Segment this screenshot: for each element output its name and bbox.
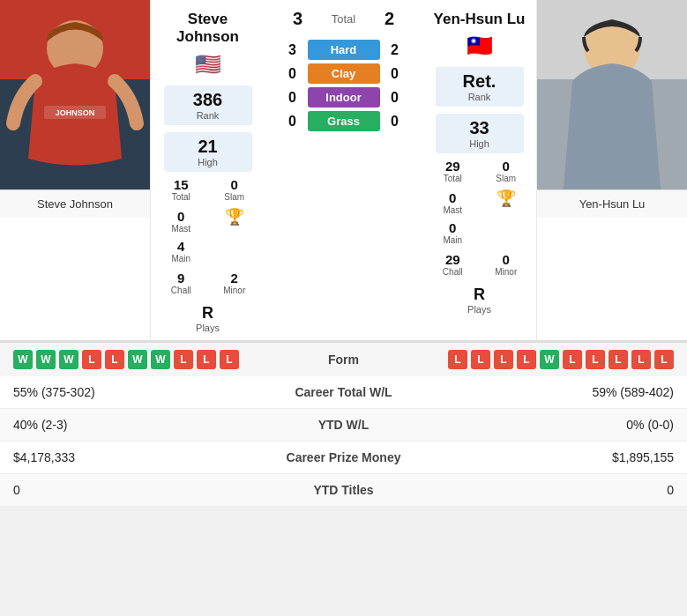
right-titles-grid: 0 Mast 🏆 0 Main — [429, 189, 529, 247]
left-player-flag: 🇺🇸 — [195, 52, 221, 77]
left-mast-lbl: Mast — [158, 224, 205, 234]
form-badge-right: L — [631, 350, 651, 369]
stats-left-val: 55% (375-302) — [13, 385, 265, 399]
form-badge-right: L — [586, 350, 605, 369]
stats-row: 40% (2-3) YTD W/L 0% (0-0) — [0, 409, 687, 442]
right-mast-val: 0 — [429, 190, 476, 205]
stats-table: 55% (375-302) Career Total W/L 59% (589-… — [0, 376, 687, 507]
hard-row: 3 Hard 2 — [269, 40, 418, 60]
stats-right-val: $1,895,155 — [423, 450, 675, 464]
court-rows: 3 Hard 2 0 Clay 0 0 Indoor 0 0 Grass — [269, 36, 418, 135]
total-label: Total — [317, 12, 370, 26]
right-main-val: 0 — [429, 220, 476, 235]
grass-left-score: 0 — [285, 114, 301, 130]
left-high-label: High — [175, 157, 242, 167]
right-rank-box: Ret. Rank — [436, 67, 524, 107]
stats-left-val: 40% (2-3) — [13, 418, 265, 432]
form-badge-left: L — [82, 350, 101, 369]
svg-text:JOHNSON: JOHNSON — [56, 108, 95, 117]
indoor-right-score: 0 — [387, 90, 403, 106]
trophy-icon-left: 🏆 — [225, 207, 244, 226]
left-total-cell: 15 Total — [158, 175, 205, 204]
clay-left-score: 0 — [285, 66, 301, 82]
form-badge-right: L — [494, 350, 513, 369]
form-badge-left: L — [105, 350, 124, 369]
form-section: WWWLLWWLLL Form LLLLWLLLLL — [0, 340, 687, 376]
stats-right-val: 0 — [423, 483, 675, 497]
left-player-photo-block: JOHNSON Steve Johnson — [0, 0, 150, 340]
right-main-lbl: Main — [429, 235, 476, 245]
form-badge-right: L — [654, 350, 674, 369]
left-minor-cell: 2 Minor — [212, 269, 258, 297]
form-right: LLLLWLLLLL — [388, 350, 675, 369]
right-player-flag: 🇹🇼 — [467, 33, 493, 58]
right-high-label: High — [446, 138, 513, 149]
right-mast-cell: 0 Mast — [429, 189, 476, 217]
right-plays-box: R Plays — [467, 286, 491, 315]
left-stats-grid: 15 Total 0 Slam — [158, 175, 258, 204]
hard-right-score: 2 — [387, 42, 403, 58]
left-slam-val: 0 — [212, 177, 258, 192]
form-badge-right: L — [471, 350, 490, 369]
right-minor-val: 0 — [483, 252, 530, 267]
left-chall-val: 9 — [158, 271, 205, 286]
right-player-silhouette — [537, 0, 687, 189]
form-left: WWWLLWWLLL — [13, 350, 300, 369]
right-player-photo — [537, 0, 687, 189]
right-main-cell: 0 Main — [429, 219, 476, 247]
left-rank-value: 386 — [175, 90, 242, 110]
right-high-box: 33 High — [436, 114, 524, 153]
stats-center-label: Career Total W/L — [265, 385, 423, 399]
right-minor-lbl: Minor — [483, 267, 530, 277]
form-badge-right: L — [448, 350, 467, 369]
total-left-score: 3 — [287, 9, 309, 29]
right-total-val: 29 — [429, 159, 476, 174]
right-player-name-label: Yen-Hsun Lu — [537, 189, 687, 218]
total-row: 3 Total 2 — [287, 9, 400, 29]
clay-row: 0 Clay 0 — [269, 63, 418, 84]
left-rank-label: Rank — [175, 110, 242, 121]
right-chall-cell: 29 Chall — [429, 250, 476, 278]
form-badge-right: L — [563, 350, 582, 369]
left-slam-cell: 0 Slam — [212, 175, 258, 204]
left-plays-lbl: Plays — [196, 323, 220, 333]
stats-left-val: $4,178,333 — [13, 450, 265, 464]
right-player-photo-block: Yen-Hsun Lu — [537, 0, 687, 340]
left-high-box: 21 High — [164, 132, 252, 172]
trophy-icon-right: 🏆 — [497, 189, 516, 208]
stats-left-val: 0 — [13, 483, 265, 497]
form-label: Form — [300, 353, 388, 367]
left-player-photo: JOHNSON — [0, 0, 150, 189]
left-mast-val: 0 — [158, 209, 205, 224]
left-rank-box: 386 Rank — [164, 85, 252, 125]
right-player-info: Yen-Hsun Lu 🇹🇼 Ret. Rank 33 High 29 Tota… — [422, 0, 537, 340]
left-player-name-label: Steve Johnson — [0, 189, 150, 218]
left-main-val: 4 — [158, 239, 205, 254]
right-stats-grid: 29 Total 0 Slam — [429, 157, 529, 185]
left-minor-lbl: Minor — [212, 286, 258, 295]
form-badge-right: W — [540, 350, 559, 369]
left-main-lbl: Main — [158, 254, 205, 263]
clay-badge: Clay — [308, 63, 380, 84]
upper-block: JOHNSON Steve Johnson SteveJohnson 🇺🇸 38… — [0, 0, 687, 340]
left-mast-cell: 0 Mast — [158, 207, 205, 235]
stats-center-label: YTD W/L — [265, 418, 423, 432]
form-badge-left: L — [174, 350, 193, 369]
stats-right-val: 59% (589-402) — [423, 385, 675, 399]
left-high-value: 21 — [175, 137, 242, 157]
right-slam-cell: 0 Slam — [483, 157, 530, 185]
indoor-row: 0 Indoor 0 — [269, 87, 418, 108]
right-slam-val: 0 — [483, 159, 530, 174]
indoor-left-score: 0 — [285, 90, 301, 106]
right-chall-lbl: Chall — [429, 267, 476, 277]
form-badge-left: W — [151, 350, 170, 369]
left-total-val: 15 — [158, 177, 205, 192]
right-plays-lbl: Plays — [467, 304, 491, 315]
right-total-lbl: Total — [429, 174, 476, 183]
form-badge-right: L — [517, 350, 536, 369]
stats-right-val: 0% (0-0) — [423, 418, 675, 432]
stats-row: 0 YTD Titles 0 — [0, 474, 687, 507]
grass-right-score: 0 — [387, 114, 403, 130]
right-minor-cell: 0 Minor — [483, 250, 530, 278]
form-badge-left: W — [13, 350, 33, 369]
